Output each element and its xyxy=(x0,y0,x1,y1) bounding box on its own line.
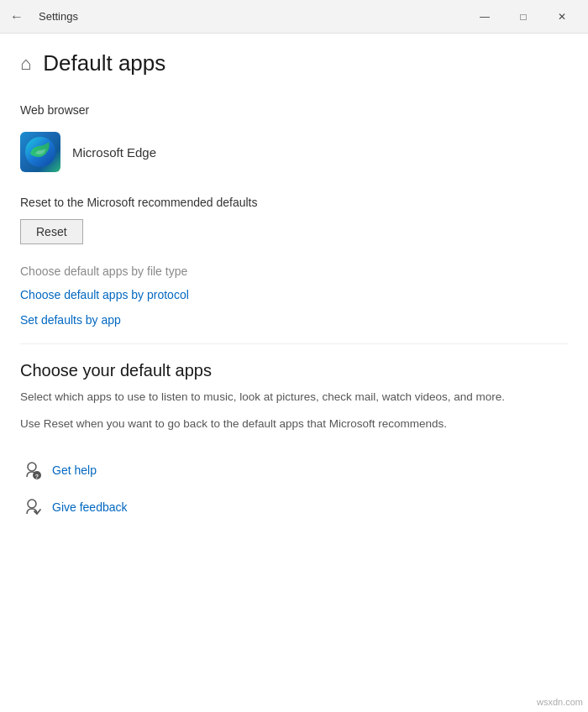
links-section: Choose default apps by file type Choose … xyxy=(20,264,568,327)
title-bar-controls: — □ ✕ xyxy=(465,3,581,30)
edge-app-icon xyxy=(20,132,60,172)
give-feedback-link[interactable]: Give feedback xyxy=(52,500,128,514)
back-button[interactable]: ← xyxy=(3,6,30,28)
edge-app-name: Microsoft Edge xyxy=(72,145,156,160)
section-divider xyxy=(20,343,568,344)
svg-point-1 xyxy=(28,463,36,471)
give-feedback-icon xyxy=(20,495,44,519)
title-bar-left: ← Settings xyxy=(3,6,78,28)
reset-label: Reset to the Microsoft recommended defau… xyxy=(20,196,568,209)
maximize-button[interactable]: □ xyxy=(504,3,543,30)
main-content: ⌂ Default apps Web browser xyxy=(0,34,588,712)
close-button[interactable]: ✕ xyxy=(543,3,581,30)
web-browser-section: Web browser xyxy=(20,103,568,179)
choose-description-1: Select which apps to use to listen to mu… xyxy=(20,389,568,406)
title-bar-title: Settings xyxy=(39,10,78,23)
home-icon: ⌂ xyxy=(20,53,31,75)
page-title: Default apps xyxy=(43,50,165,76)
choose-description-2: Use Reset when you want to go back to th… xyxy=(20,416,568,432)
title-bar: ← Settings — □ ✕ xyxy=(0,0,588,34)
get-help-link[interactable]: Get help xyxy=(52,463,97,477)
get-help-icon: ? xyxy=(20,458,44,482)
protocol-link[interactable]: Choose default apps by protocol xyxy=(20,288,568,301)
web-browser-label: Web browser xyxy=(20,103,568,117)
set-defaults-link[interactable]: Set defaults by app xyxy=(20,313,568,327)
page-header: ⌂ Default apps xyxy=(20,50,568,80)
file-type-link: Choose default apps by file type xyxy=(20,264,568,278)
choose-section: Choose your default apps Select which ap… xyxy=(20,361,568,433)
svg-point-4 xyxy=(28,500,36,508)
edge-app-item[interactable]: Microsoft Edge xyxy=(20,125,568,179)
footer-links: ? Get help Give feedback xyxy=(20,458,568,519)
svg-text:?: ? xyxy=(35,474,39,479)
reset-section: Reset to the Microsoft recommended defau… xyxy=(20,196,568,264)
reset-button[interactable]: Reset xyxy=(20,219,83,244)
choose-section-title: Choose your default apps xyxy=(20,361,568,380)
minimize-button[interactable]: — xyxy=(465,3,504,30)
watermark: wsxdn.com xyxy=(537,697,583,707)
give-feedback-item[interactable]: Give feedback xyxy=(20,495,568,519)
get-help-item[interactable]: ? Get help xyxy=(20,458,568,482)
